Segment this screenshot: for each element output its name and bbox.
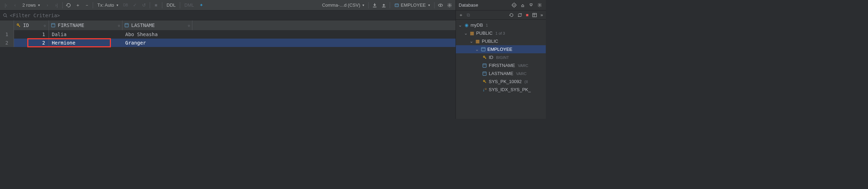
tx-mode-dropdown[interactable]: Tx: Auto xyxy=(95,2,120,8)
export-format-dropdown[interactable]: Comma-…d (CSV) xyxy=(320,2,366,8)
database-panel-header: Database xyxy=(456,0,546,11)
revert-button[interactable]: ↺ xyxy=(140,1,148,9)
first-page-button[interactable]: |‹ xyxy=(2,1,10,9)
tree-node-column[interactable]: ID BIGINT xyxy=(456,53,546,61)
svg-point-3 xyxy=(440,5,441,6)
next-page-button[interactable]: › xyxy=(43,1,51,9)
tree-node-table[interactable]: ⌄ EMPLOYEE xyxy=(456,45,546,53)
table-row[interactable]: 2 2 Hermione Granger xyxy=(0,39,456,47)
duplicate-icon[interactable]: ⧉ xyxy=(467,12,470,18)
remove-row-button[interactable]: － xyxy=(83,1,91,9)
add-datasource-icon[interactable]: ＋ xyxy=(459,12,463,18)
tree-node-datasource[interactable]: ⌄ ◉ myDB 1 xyxy=(456,21,546,29)
svg-rect-15 xyxy=(532,13,536,17)
index-icon: ↓u xyxy=(482,87,487,92)
cell-lastname[interactable]: Abo Sheasha xyxy=(122,30,192,39)
ddl-button[interactable]: DDL xyxy=(164,2,178,8)
expand-icon[interactable] xyxy=(520,2,526,8)
row-count-dropdown[interactable]: 2 rows xyxy=(20,2,42,8)
key-icon xyxy=(482,79,487,84)
cell-lastname[interactable]: Granger xyxy=(122,39,192,47)
sync-icon[interactable] xyxy=(517,13,522,18)
target-icon[interactable] xyxy=(511,2,517,8)
pk-icon xyxy=(16,23,21,28)
chevron-down-icon: ⌄ xyxy=(464,31,468,36)
cell-id[interactable]: 2 xyxy=(14,39,49,47)
submit-button[interactable]: ✓ xyxy=(131,1,139,9)
export-button[interactable] xyxy=(371,1,379,9)
stop-button[interactable]: ■ xyxy=(152,1,160,9)
column-icon xyxy=(51,23,56,27)
table-header: ID FIRSTNAME LASTNAME xyxy=(0,20,456,30)
svg-rect-18 xyxy=(481,48,485,51)
column-header-lastname[interactable]: LASTNAME xyxy=(122,20,192,30)
view-toggle-button[interactable] xyxy=(437,1,444,9)
svg-line-6 xyxy=(6,16,7,17)
svg-point-4 xyxy=(449,5,450,6)
search-icon xyxy=(3,13,8,18)
add-row-button[interactable]: ＋ xyxy=(74,1,82,9)
cell-firstname[interactable]: Hermione xyxy=(49,39,122,47)
svg-point-20 xyxy=(483,56,485,58)
schema-icon: ▦ xyxy=(475,39,480,44)
row-number-header xyxy=(0,20,14,30)
prev-page-button[interactable]: ‹ xyxy=(11,1,19,9)
cell-firstname[interactable]: Dalia xyxy=(49,30,122,39)
svg-point-7 xyxy=(17,24,19,25)
tree-node-column[interactable]: FIRSTNAME VARC xyxy=(456,61,546,69)
chevron-down-icon: ⌄ xyxy=(469,39,473,44)
row-number: 2 xyxy=(0,39,14,47)
svg-rect-23 xyxy=(483,72,486,75)
context-table-dropdown[interactable]: EMPLOYEE xyxy=(392,2,432,8)
more-icon[interactable]: » xyxy=(541,12,543,18)
refresh-icon[interactable] xyxy=(509,13,514,18)
tree-node-schema-root[interactable]: ⌄ ▦ PUBLIC 1 of 3 xyxy=(456,29,546,37)
column-icon xyxy=(482,72,487,76)
dml-button[interactable]: DML xyxy=(182,2,196,8)
svg-rect-10 xyxy=(125,23,128,27)
stop-icon[interactable]: ■ xyxy=(526,12,529,18)
db-commit-icon[interactable]: DB xyxy=(122,1,129,9)
database-panel-title: Database xyxy=(459,2,478,8)
row-number: 1 xyxy=(0,30,14,39)
last-page-button[interactable]: ›| xyxy=(52,1,60,9)
svg-point-25 xyxy=(483,80,485,82)
database-tree: ⌄ ◉ myDB 1 ⌄ ▦ PUBLIC 1 of 3 ⌄ ▦ PUBLIC … xyxy=(456,20,546,94)
tree-node-schema[interactable]: ⌄ ▦ PUBLIC xyxy=(456,37,546,45)
filter-bar[interactable]: <Filter Criteria> xyxy=(0,11,456,20)
import-button[interactable] xyxy=(380,1,388,9)
cell-id[interactable]: 1 xyxy=(14,30,49,39)
filter-placeholder: <Filter Criteria> xyxy=(10,13,60,18)
database-sub-toolbar: ＋ ⧉ ■ » xyxy=(456,11,546,20)
column-header-id[interactable]: ID xyxy=(14,20,49,30)
tree-node-column[interactable]: LASTNAME VARC xyxy=(456,69,546,77)
tree-node-key[interactable]: SYS_PK_10092 (II xyxy=(456,77,546,86)
chevron-down-icon: ⌄ xyxy=(475,47,479,52)
settings-button[interactable] xyxy=(446,1,453,9)
svg-rect-8 xyxy=(51,23,55,27)
collapse-icon[interactable] xyxy=(528,2,534,8)
column-icon xyxy=(482,63,487,68)
table-icon xyxy=(480,47,486,52)
datasource-icon: ◉ xyxy=(464,22,469,28)
svg-point-5 xyxy=(3,14,6,16)
svg-point-14 xyxy=(539,5,541,6)
schema-icon: ▦ xyxy=(469,31,475,36)
reload-button[interactable] xyxy=(65,1,72,9)
column-icon xyxy=(125,23,129,27)
result-toolbar: |‹ ‹ 2 rows › ›| ＋ － Tx: Auto DB ✓ ↺ ■ D… xyxy=(0,0,456,11)
table-view-icon[interactable] xyxy=(532,13,537,18)
chevron-down-icon: ⌄ xyxy=(458,22,462,28)
svg-point-13 xyxy=(514,5,515,6)
svg-rect-21 xyxy=(483,64,486,67)
tree-node-index[interactable]: ↓u SYS_IDX_SYS_PK_ xyxy=(456,86,546,94)
svg-rect-0 xyxy=(395,4,398,7)
pin-button[interactable]: ✦ xyxy=(197,1,205,9)
panel-settings-icon[interactable] xyxy=(536,2,543,8)
pk-column-icon xyxy=(482,55,487,60)
table-row[interactable]: 1 1 Dalia Abo Sheasha xyxy=(0,30,456,39)
column-header-firstname[interactable]: FIRSTNAME xyxy=(49,20,122,30)
